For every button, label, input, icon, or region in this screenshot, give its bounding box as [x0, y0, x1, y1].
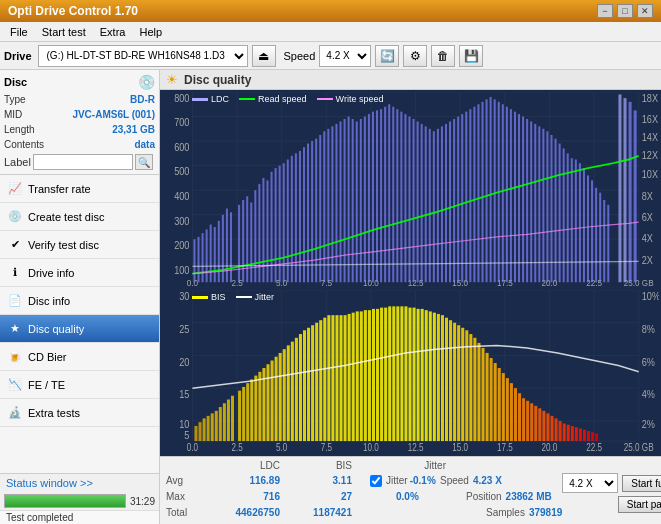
svg-rect-82	[331, 126, 333, 282]
drive-select[interactable]: (G:) HL-DT-ST BD-RE WH16NS48 1.D3	[38, 45, 248, 67]
svg-rect-59	[238, 205, 240, 282]
svg-rect-148	[599, 193, 601, 283]
svg-rect-257	[449, 321, 452, 442]
total-bis: 1187421	[282, 505, 352, 521]
svg-rect-141	[571, 158, 573, 282]
svg-rect-127	[514, 112, 516, 283]
jitter-checkbox[interactable]	[370, 475, 382, 487]
svg-rect-277	[530, 404, 533, 442]
start-part-button[interactable]: Start part	[618, 496, 661, 513]
svg-rect-61	[246, 196, 248, 282]
settings-button[interactable]: ⚙	[403, 45, 427, 67]
sidebar-item-disc-quality[interactable]: ★ Disc quality	[0, 315, 159, 343]
svg-rect-264	[477, 343, 480, 441]
disc-quality-icon: ★	[8, 322, 22, 336]
svg-rect-60	[242, 200, 244, 282]
svg-rect-207	[246, 384, 249, 442]
menu-file[interactable]: File	[4, 24, 34, 40]
sidebar-item-extra-tests[interactable]: 🔬 Extra tests	[0, 399, 159, 427]
eject-button[interactable]: ⏏	[252, 45, 276, 67]
max-jitter: 0.0%	[396, 489, 419, 505]
menu-extra[interactable]: Extra	[94, 24, 132, 40]
start-full-button[interactable]: Start full	[622, 475, 661, 492]
nav-label-verify-test-disc: Verify test disc	[28, 239, 99, 251]
charts-area: LDC Read speed Write speed	[160, 90, 661, 456]
svg-rect-87	[352, 119, 354, 282]
svg-rect-218	[291, 342, 294, 441]
svg-rect-287	[571, 426, 574, 441]
svg-text:22.5: 22.5	[586, 443, 602, 454]
label-input[interactable]	[33, 154, 133, 170]
maximize-button[interactable]: □	[617, 4, 633, 18]
svg-rect-269	[498, 368, 501, 441]
label-button[interactable]: 🔍	[135, 154, 153, 170]
svg-rect-115	[465, 112, 467, 283]
action-speed-select[interactable]: 4.2 X	[562, 473, 618, 493]
svg-rect-203	[227, 400, 230, 442]
svg-text:7.5: 7.5	[321, 277, 332, 288]
svg-rect-217	[287, 346, 290, 442]
svg-rect-137	[555, 139, 557, 283]
svg-text:15: 15	[179, 389, 189, 401]
svg-rect-278	[534, 406, 537, 441]
speed-value-stats: 4.23 X	[473, 473, 502, 489]
svg-rect-99	[400, 112, 402, 283]
status-text: Test completed	[0, 510, 159, 524]
sidebar-item-fe-te[interactable]: 📉 FE / TE	[0, 371, 159, 399]
speed-select[interactable]: 4.2 X	[319, 45, 371, 67]
erase-button[interactable]: 🗑	[431, 45, 455, 67]
svg-rect-251	[425, 310, 428, 441]
avg-ldc: 116.89	[208, 473, 280, 489]
svg-rect-248	[413, 308, 416, 441]
svg-text:100: 100	[174, 264, 190, 276]
svg-rect-66	[266, 180, 268, 282]
menu-help[interactable]: Help	[133, 24, 168, 40]
nav-label-create-test-disc: Create test disc	[28, 211, 104, 223]
sidebar-item-verify-test-disc[interactable]: ✔ Verify test disc	[0, 231, 159, 259]
write-speed-color	[317, 98, 333, 100]
disc-panel: Disc 💿 Type BD-R MID JVC-AMS6L (001) Len…	[0, 70, 159, 175]
sidebar-item-drive-info[interactable]: ℹ Drive info	[0, 259, 159, 287]
svg-rect-214	[275, 357, 278, 441]
extra-tests-icon: 🔬	[8, 406, 22, 420]
svg-text:0.0: 0.0	[187, 277, 198, 288]
save-button[interactable]: 💾	[459, 45, 483, 67]
refresh-button[interactable]: 🔄	[375, 45, 399, 67]
sidebar-item-cd-bier[interactable]: 🍺 CD Bier	[0, 343, 159, 371]
svg-rect-247	[408, 308, 411, 441]
menu-bar: File Start test Extra Help	[0, 22, 661, 42]
sidebar-item-transfer-rate[interactable]: 📈 Transfer rate	[0, 175, 159, 203]
svg-rect-131	[530, 121, 532, 282]
svg-text:700: 700	[174, 117, 190, 129]
status-window-button[interactable]: Status window >>	[0, 473, 159, 492]
position-value: 23862 MB	[506, 489, 552, 505]
svg-rect-100	[404, 114, 406, 282]
svg-text:0.0: 0.0	[187, 443, 198, 454]
svg-rect-121	[490, 97, 492, 282]
svg-rect-129	[522, 117, 524, 283]
legend-write-speed: Write speed	[317, 94, 384, 104]
nav-label-drive-info: Drive info	[28, 267, 74, 279]
svg-rect-119	[482, 102, 484, 282]
svg-rect-237	[368, 310, 371, 441]
legend-ldc: LDC	[192, 94, 229, 104]
svg-rect-124	[502, 104, 504, 282]
svg-rect-281	[546, 414, 549, 442]
sidebar-item-disc-info[interactable]: 📄 Disc info	[0, 287, 159, 315]
close-button[interactable]: ✕	[637, 4, 653, 18]
svg-rect-196	[199, 423, 202, 442]
svg-rect-273	[514, 389, 517, 442]
minimize-button[interactable]: −	[597, 4, 613, 18]
sidebar-item-create-test-disc[interactable]: 💿 Create test disc	[0, 203, 159, 231]
menu-start-test[interactable]: Start test	[36, 24, 92, 40]
svg-text:400: 400	[174, 190, 190, 202]
svg-text:2.5: 2.5	[231, 277, 242, 288]
svg-rect-64	[258, 184, 260, 282]
svg-rect-110	[445, 124, 447, 282]
svg-text:16X: 16X	[642, 113, 658, 125]
svg-rect-52	[206, 229, 208, 282]
total-ldc: 44626750	[208, 505, 280, 521]
svg-rect-252	[429, 312, 432, 442]
action-buttons: 4.2 X Start full Start part	[562, 473, 661, 513]
svg-text:4%: 4%	[642, 389, 655, 401]
